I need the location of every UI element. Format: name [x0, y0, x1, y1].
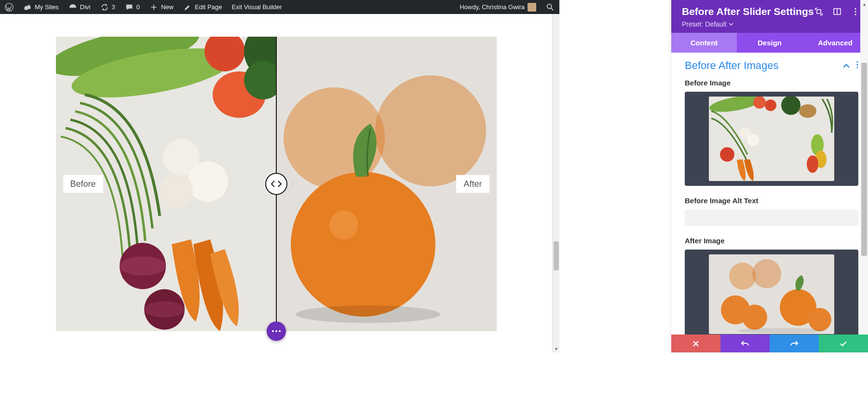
before-image-well[interactable] — [685, 92, 858, 186]
snap-button[interactable] — [833, 8, 841, 15]
comments[interactable]: 0 — [120, 0, 145, 14]
expand-icon — [815, 8, 823, 15]
howdy-user[interactable]: Howdy, Christina Gwira — [455, 0, 541, 14]
dot-icon — [272, 330, 274, 332]
panel-header: Before After Slider Settings Preset: Def… — [671, 0, 868, 33]
canvas-scrollbar[interactable]: ▴ ▾ — [552, 0, 559, 352]
after-image-thumb — [709, 254, 834, 334]
svg-point-20 — [329, 210, 358, 239]
dot-icon — [279, 330, 281, 332]
edit-page[interactable]: Edit Page — [178, 0, 227, 14]
dot-icon — [275, 330, 277, 332]
panel-title: Before After Slider Settings — [682, 6, 814, 17]
panel-tabs: Content Design Advanced — [671, 33, 868, 53]
exit-visual-builder[interactable]: Exit Visual Builder — [227, 0, 287, 14]
section-header[interactable]: Before After Images — [685, 59, 858, 72]
panel-scroll-up[interactable]: ▴ — [860, 0, 868, 8]
wordpress-icon — [5, 3, 14, 12]
wp-admin-bar-left: My Sites Divi 3 0 New — [0, 0, 287, 14]
section-title: Before After Images — [685, 59, 778, 72]
chevron-right-icon — [277, 181, 282, 187]
tab-advanced[interactable]: Advanced — [802, 33, 868, 53]
svg-point-18 — [375, 75, 486, 186]
panel-body: Before After Images Before Image — [671, 53, 868, 352]
slider-handle[interactable] — [265, 173, 287, 195]
more-button[interactable] — [852, 8, 859, 15]
wp-admin-bar-right: Howdy, Christina Gwira — [455, 0, 559, 14]
svg-point-38 — [720, 147, 734, 162]
svg-point-19 — [291, 172, 435, 317]
plus-icon — [149, 3, 158, 12]
svg-point-13 — [120, 256, 166, 276]
kebab-icon — [854, 8, 856, 15]
wp-logo[interactable] — [0, 0, 18, 14]
svg-point-44 — [752, 259, 781, 288]
svg-point-10 — [188, 161, 228, 202]
svg-point-46 — [742, 305, 767, 330]
svg-point-43 — [729, 263, 756, 290]
scroll-thumb[interactable] — [554, 241, 559, 270]
svg-point-48 — [808, 308, 831, 331]
svg-point-41 — [807, 155, 818, 173]
panel-footer — [671, 335, 868, 352]
redo-icon — [790, 340, 799, 347]
collapse-button[interactable] — [843, 61, 850, 70]
pencil-icon — [183, 3, 192, 12]
before-image-label: Before Image — [685, 79, 858, 87]
save-button[interactable] — [819, 335, 868, 352]
my-sites-label: My Sites — [35, 3, 59, 11]
panel-scrollbar[interactable]: ▴ ▾ — [860, 0, 868, 352]
avatar — [528, 3, 536, 12]
expand-button[interactable] — [815, 8, 823, 15]
updates[interactable]: 3 — [95, 0, 120, 14]
close-icon — [692, 340, 699, 347]
redo-button[interactable] — [770, 335, 819, 352]
new-content[interactable]: New — [145, 0, 178, 14]
my-sites[interactable]: My Sites — [18, 0, 64, 14]
new-label: New — [161, 3, 174, 11]
after-image-well[interactable] — [685, 250, 858, 339]
undo-icon — [741, 340, 749, 347]
scroll-down-button[interactable]: ▾ — [553, 345, 560, 352]
kebab-icon — [856, 61, 858, 69]
wp-admin-bar: My Sites Divi 3 0 New — [0, 0, 559, 14]
chevron-down-icon — [729, 23, 733, 26]
section-more-button[interactable] — [856, 61, 858, 70]
columns-icon — [833, 8, 841, 15]
before-alt-input[interactable] — [685, 209, 858, 226]
chevron-left-icon — [271, 181, 275, 187]
svg-rect-22 — [817, 10, 821, 14]
exit-vb-label: Exit Visual Builder — [231, 3, 282, 11]
after-label: After — [456, 175, 489, 193]
svg-point-1 — [547, 4, 552, 8]
preset-selector[interactable]: Preset: Default — [682, 20, 859, 28]
svg-point-33 — [765, 99, 776, 111]
panel-scroll-thumb[interactable] — [861, 63, 867, 256]
edit-page-label: Edit Page — [195, 3, 222, 11]
svg-point-29 — [856, 67, 858, 68]
settings-panel: Before After Slider Settings Preset: Def… — [671, 0, 868, 352]
module-options-button[interactable] — [267, 321, 286, 341]
search[interactable] — [541, 0, 559, 14]
site-name-label: Divi — [80, 3, 91, 11]
howdy-label: Howdy, Christina Gwira — [460, 3, 525, 11]
page-canvas: Before After — [0, 14, 552, 405]
before-after-slider-module[interactable]: Before After — [56, 37, 497, 331]
tab-content[interactable]: Content — [671, 33, 737, 53]
tab-design[interactable]: Design — [737, 33, 802, 53]
svg-point-25 — [854, 11, 856, 12]
cancel-button[interactable] — [671, 335, 720, 352]
before-alt-label: Before Image Alt Text — [685, 196, 858, 205]
undo-button[interactable] — [720, 335, 770, 352]
svg-point-15 — [144, 301, 185, 318]
after-image-label: After Image — [685, 237, 858, 245]
updates-count: 3 — [112, 3, 115, 11]
comment-icon — [125, 3, 134, 12]
svg-point-24 — [854, 8, 856, 9]
preset-label: Preset: Default — [682, 20, 727, 28]
svg-point-26 — [854, 14, 856, 15]
svg-point-21 — [296, 306, 440, 323]
svg-point-11 — [160, 175, 193, 208]
houses-icon — [23, 3, 32, 12]
site-name[interactable]: Divi — [64, 0, 95, 14]
